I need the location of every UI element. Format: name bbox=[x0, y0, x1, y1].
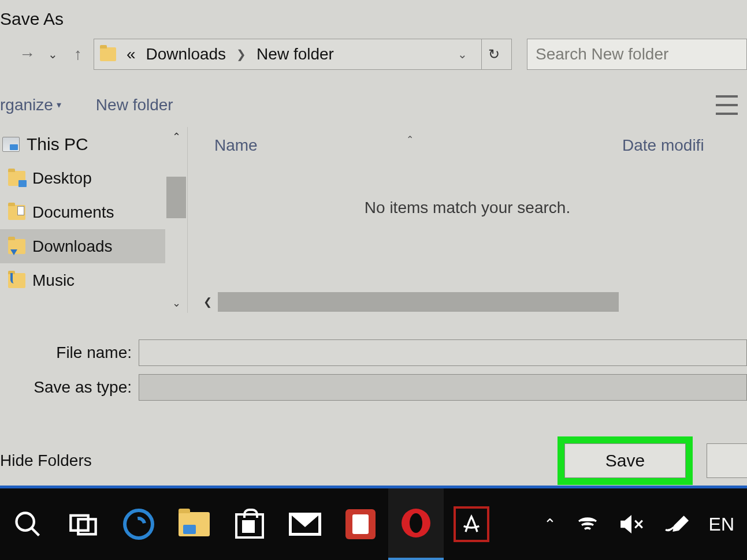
nav-row: → ⌄ ↑ « Downloads ❯ New folder ⌄ ↻ Searc… bbox=[0, 38, 747, 70]
sort-asc-icon: ⌃ bbox=[406, 134, 414, 145]
breadcrumb-seg[interactable]: New folder bbox=[257, 45, 334, 64]
scroll-down-icon[interactable]: ⌄ bbox=[172, 293, 181, 313]
taskbar-edge[interactable] bbox=[111, 488, 166, 560]
breadcrumb-seg[interactable]: Downloads bbox=[146, 45, 226, 64]
hide-folders-button[interactable]: Hide Folders bbox=[0, 451, 92, 470]
svg-line-1 bbox=[32, 528, 39, 536]
refresh-button[interactable]: ↻ bbox=[481, 39, 506, 70]
save-as-dialog: Save As → ⌄ ↑ « Downloads ❯ New folder ⌄… bbox=[0, 0, 747, 488]
language-indicator[interactable]: EN bbox=[709, 514, 734, 535]
save-button[interactable]: Save bbox=[564, 443, 686, 478]
organize-dropdown-icon[interactable]: ▾ bbox=[57, 99, 61, 110]
scroll-up-icon[interactable]: ⌃ bbox=[172, 127, 181, 147]
pen-input-icon[interactable] bbox=[664, 513, 689, 536]
mail-icon bbox=[289, 513, 321, 536]
sidebar-item-label: Desktop bbox=[32, 169, 92, 188]
folder-icon bbox=[100, 47, 116, 61]
address-bar[interactable]: « Downloads ❯ New folder ⌄ ↻ bbox=[94, 39, 512, 70]
dialog-title: Save As bbox=[0, 9, 64, 29]
dialog-bottom: Hide Folders Save bbox=[0, 433, 747, 488]
breadcrumb-dots: « bbox=[127, 45, 136, 64]
file-name-input[interactable] bbox=[139, 339, 747, 366]
system-tray: ⌃ EN bbox=[544, 513, 747, 536]
sidebar-item-downloads[interactable]: Downloads bbox=[0, 229, 187, 263]
taskbar: ⌃ EN bbox=[0, 488, 747, 560]
column-date[interactable]: Date modifi bbox=[622, 136, 704, 155]
svg-point-0 bbox=[17, 513, 34, 531]
taskbar-opera[interactable] bbox=[388, 488, 444, 560]
sidebar-this-pc[interactable]: This PC bbox=[0, 127, 187, 161]
folder-icon bbox=[8, 205, 25, 220]
sidebar-item-music[interactable]: Music bbox=[0, 263, 187, 297]
edge-icon bbox=[123, 509, 154, 540]
save-type-label: Save as type: bbox=[0, 378, 139, 397]
sidebar-item-desktop[interactable]: Desktop bbox=[0, 161, 187, 195]
save-highlight: Save bbox=[558, 436, 693, 485]
file-name-label: File name: bbox=[0, 344, 139, 362]
organize-button[interactable]: rganize bbox=[0, 96, 53, 114]
chevron-right-icon: ❯ bbox=[236, 47, 246, 61]
column-name[interactable]: Name ⌃ bbox=[188, 136, 622, 155]
save-type-dropdown[interactable] bbox=[139, 374, 747, 401]
taskbar-file-explorer[interactable] bbox=[166, 488, 222, 560]
fields: File name: Save as type: bbox=[0, 313, 747, 403]
acrobat-icon bbox=[454, 506, 489, 542]
sidebar-item-label: Documents bbox=[32, 203, 114, 222]
empty-message: No items match your search. bbox=[188, 199, 747, 217]
folder-icon bbox=[8, 273, 25, 288]
address-dropdown[interactable]: ⌄ bbox=[458, 47, 467, 61]
this-pc-icon bbox=[2, 137, 20, 152]
cancel-button[interactable] bbox=[707, 443, 747, 478]
folder-icon bbox=[8, 239, 25, 254]
file-list: Name ⌃ Date modifi No items match your s… bbox=[187, 127, 747, 313]
horizontal-scrollbar[interactable]: ❮ bbox=[197, 291, 747, 313]
sidebar-item-label: This PC bbox=[27, 135, 88, 154]
tray-overflow-button[interactable]: ⌃ bbox=[544, 516, 556, 533]
view-options-button[interactable] bbox=[716, 95, 738, 115]
taskbar-taskview-button[interactable] bbox=[55, 488, 111, 560]
sidebar-item-label: Music bbox=[32, 271, 75, 290]
nav-up-button[interactable]: ↑ bbox=[68, 44, 88, 64]
sidebar-item-label: Downloads bbox=[32, 237, 113, 256]
store-icon bbox=[235, 510, 264, 539]
taskbar-acrobat[interactable] bbox=[444, 488, 499, 560]
title-bar: Save As bbox=[0, 0, 747, 38]
folder-icon bbox=[8, 171, 25, 186]
wifi-icon[interactable] bbox=[576, 513, 599, 536]
taskbar-store[interactable] bbox=[222, 488, 277, 560]
sidebar: This PC Desktop Documents Downloads Musi… bbox=[0, 127, 187, 313]
search-input[interactable]: Search New folder bbox=[527, 39, 747, 70]
scroll-thumb[interactable] bbox=[166, 177, 186, 218]
sidebar-scrollbar[interactable]: ⌃ ⌄ bbox=[165, 127, 187, 313]
new-folder-button[interactable]: New folder bbox=[96, 96, 173, 114]
scroll-thumb[interactable] bbox=[218, 292, 619, 312]
scroll-left-icon[interactable]: ❮ bbox=[197, 296, 218, 308]
taskbar-mail[interactable] bbox=[277, 488, 333, 560]
taskbar-search-button[interactable] bbox=[0, 488, 55, 560]
nav-recent-dropdown[interactable]: ⌄ bbox=[43, 44, 62, 64]
main-area: This PC Desktop Documents Downloads Musi… bbox=[0, 127, 747, 313]
file-explorer-icon bbox=[179, 512, 210, 536]
search-placeholder: Search New folder bbox=[536, 45, 668, 64]
book-icon bbox=[345, 509, 376, 539]
volume-muted-icon[interactable] bbox=[619, 513, 644, 536]
taskbar-reader[interactable] bbox=[333, 488, 388, 560]
column-headers: Name ⌃ Date modifi bbox=[188, 127, 747, 164]
opera-icon bbox=[402, 509, 430, 537]
toolbar: rganize ▾ New folder bbox=[0, 83, 747, 127]
sidebar-item-documents[interactable]: Documents bbox=[0, 195, 187, 229]
nav-forward-button[interactable]: → bbox=[17, 44, 37, 64]
